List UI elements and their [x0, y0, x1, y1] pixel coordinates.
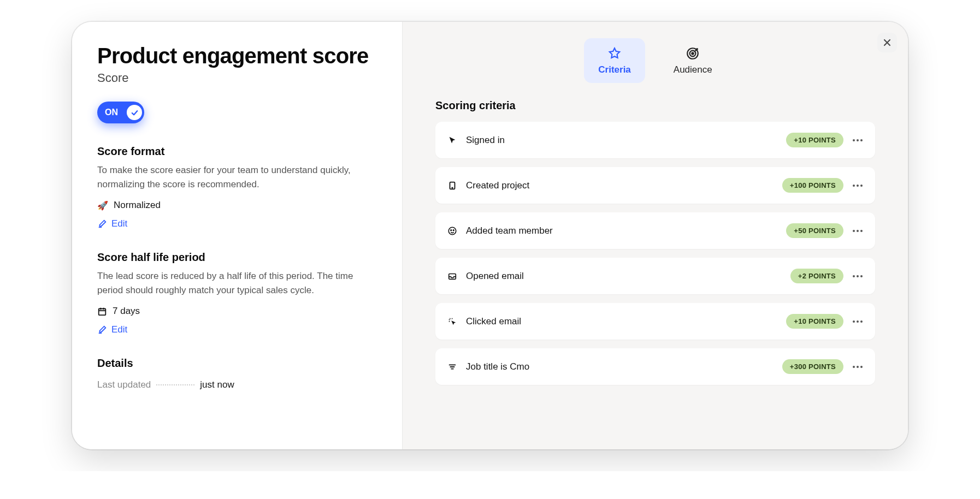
edit-label: Edit — [111, 324, 127, 335]
inbox-icon — [447, 271, 458, 282]
criteria-label: Created project — [466, 180, 782, 191]
details-heading: Details — [97, 357, 377, 370]
half-life-edit-link[interactable]: Edit — [97, 324, 377, 335]
more-button[interactable] — [852, 185, 863, 187]
score-modal: Product engagement score Score ON Score … — [72, 22, 908, 449]
calendar-icon — [97, 306, 107, 316]
criteria-card[interactable]: Job title is Cmo+300 POINTS — [435, 348, 875, 385]
criteria-label: Opened email — [466, 271, 790, 282]
points-badge: +300 POINTS — [782, 359, 843, 374]
score-format-section: Score format To make the score easier fo… — [97, 145, 377, 229]
toggle-label: ON — [105, 108, 118, 117]
left-panel: Product engagement score Score ON Score … — [72, 22, 403, 449]
criteria-card[interactable]: Added team member+50 POINTS — [435, 212, 875, 249]
toggle-knob — [127, 105, 142, 120]
svg-point-7 — [451, 229, 452, 230]
score-format-description: To make the score easier for your team t… — [97, 163, 377, 191]
edit-icon — [97, 219, 107, 229]
rocket-icon: 🚀 — [97, 200, 108, 211]
half-life-description: The lead score is reduced by a half life… — [97, 269, 377, 297]
svg-rect-0 — [99, 309, 106, 316]
score-format-value: Normalized — [114, 200, 161, 211]
score-toggle[interactable]: ON — [97, 102, 144, 123]
more-button[interactable] — [852, 139, 863, 141]
score-format-heading: Score format — [97, 145, 377, 158]
close-button[interactable] — [877, 33, 897, 52]
points-badge: +2 POINTS — [790, 269, 843, 283]
page-title: Product engagement score — [97, 44, 377, 68]
smile-icon — [447, 225, 458, 236]
details-section: Details Last updated just now — [97, 357, 377, 390]
target-icon — [685, 46, 700, 61]
svg-point-6 — [448, 227, 456, 235]
criteria-list: Signed in+10 POINTSCreated project+100 P… — [435, 122, 875, 394]
svg-point-8 — [453, 229, 454, 230]
check-icon — [131, 109, 139, 117]
score-format-edit-link[interactable]: Edit — [97, 218, 377, 229]
more-button[interactable] — [852, 275, 863, 277]
half-life-heading: Score half life period — [97, 251, 377, 264]
half-life-value: 7 days — [113, 306, 140, 317]
last-updated-value: just now — [200, 379, 234, 390]
cursor-click-icon — [447, 316, 458, 327]
criteria-label: Signed in — [466, 135, 786, 146]
svg-point-5 — [452, 187, 452, 188]
star-icon — [607, 46, 622, 61]
points-badge: +10 POINTS — [786, 314, 843, 329]
edit-label: Edit — [111, 218, 127, 229]
edit-icon — [97, 325, 107, 335]
svg-point-3 — [692, 52, 694, 54]
points-badge: +50 POINTS — [786, 223, 843, 238]
tab-audience[interactable]: Audience — [659, 38, 727, 83]
criteria-label: Clicked email — [466, 316, 786, 327]
tabs: Criteria Audience — [435, 38, 875, 83]
more-button[interactable] — [852, 366, 863, 368]
right-panel: Criteria Audience Scoring criteria Signe… — [403, 22, 908, 449]
criteria-card[interactable]: Created project+100 POINTS — [435, 167, 875, 204]
last-updated-label: Last updated — [97, 379, 151, 390]
points-badge: +100 POINTS — [782, 178, 843, 193]
score-format-value-row: 🚀 Normalized — [97, 200, 377, 211]
filter-icon — [447, 361, 458, 372]
criteria-card[interactable]: Signed in+10 POINTS — [435, 122, 875, 158]
tab-criteria-label: Criteria — [598, 64, 631, 75]
page-subtitle: Score — [97, 71, 377, 85]
more-button[interactable] — [852, 230, 863, 232]
more-button[interactable] — [852, 320, 863, 323]
cursor-icon — [447, 135, 458, 146]
criteria-card[interactable]: Opened email+2 POINTS — [435, 258, 875, 294]
dotted-divider — [156, 384, 194, 385]
criteria-heading: Scoring criteria — [435, 99, 875, 112]
points-badge: +10 POINTS — [786, 133, 843, 147]
half-life-value-row: 7 days — [97, 306, 377, 317]
close-icon — [883, 38, 892, 47]
criteria-card[interactable]: Clicked email+10 POINTS — [435, 303, 875, 340]
tab-audience-label: Audience — [674, 64, 712, 75]
tab-criteria[interactable]: Criteria — [584, 38, 645, 83]
details-row: Last updated just now — [97, 379, 377, 390]
tablet-icon — [447, 180, 458, 191]
criteria-label: Job title is Cmo — [466, 361, 782, 372]
criteria-label: Added team member — [466, 225, 786, 236]
half-life-section: Score half life period The lead score is… — [97, 251, 377, 335]
